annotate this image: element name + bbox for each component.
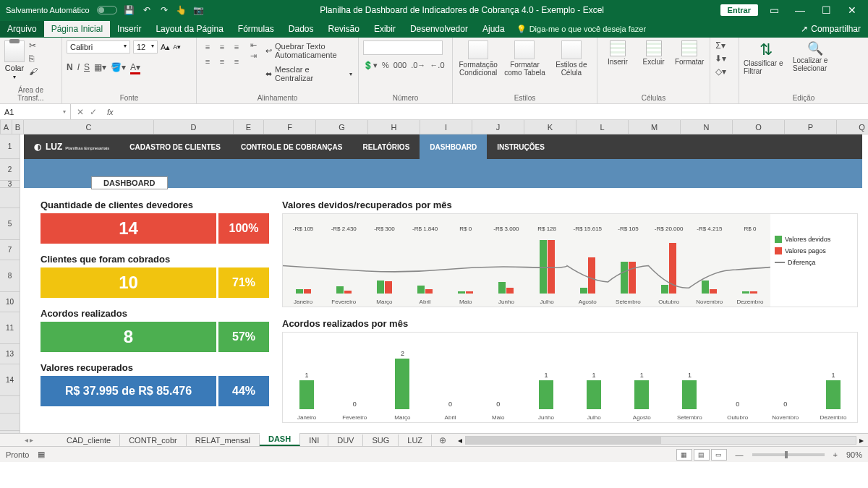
underline-button[interactable]: S (84, 62, 90, 74)
fill-icon[interactable]: ⬇▾ (715, 53, 726, 64)
col-header[interactable]: L (576, 120, 629, 134)
maximize-icon[interactable]: ☐ (816, 4, 836, 16)
col-header[interactable]: P (785, 120, 837, 134)
sheet-tab[interactable]: INI (300, 435, 328, 446)
redo-icon[interactable]: ↷ (159, 5, 169, 15)
ribbon-options-icon[interactable]: ▭ (764, 4, 784, 16)
autosave-toggle[interactable] (97, 6, 117, 14)
sheet-tab[interactable]: LUZ (399, 435, 432, 446)
add-sheet-button[interactable]: ⊕ (432, 434, 454, 447)
fx-icon[interactable]: fx (103, 108, 118, 116)
col-header[interactable]: H (368, 120, 420, 134)
touch-icon[interactable]: 👆 (176, 5, 187, 15)
number-format-select[interactable] (363, 40, 443, 55)
paste-button[interactable]: Colar▾ (4, 40, 25, 80)
col-header[interactable]: K (524, 120, 576, 134)
wrap-text-button[interactable]: ↩Quebrar Texto Automaticamente (264, 40, 354, 61)
comma-icon[interactable]: 000 (393, 61, 407, 70)
view-layout-icon[interactable]: ▤ (694, 449, 710, 461)
increase-font-icon[interactable]: A▴ (161, 43, 170, 52)
font-size-select[interactable]: 12▾ (133, 40, 158, 53)
row-header[interactable]: 3 (0, 181, 20, 188)
nav-cadastro[interactable]: CADASTRO DE CLIENTES (119, 134, 231, 159)
minimize-icon[interactable]: ― (790, 4, 810, 16)
tellme-search[interactable]: 💡Diga-me o que você deseja fazer (516, 25, 646, 34)
enter-formula-icon[interactable]: ✓ (90, 107, 97, 117)
border-icon[interactable]: ▦▾ (94, 62, 106, 74)
percent-icon[interactable]: % (382, 61, 389, 70)
menu-layout[interactable]: Layout da Página (148, 21, 230, 37)
col-header[interactable]: G (316, 120, 368, 134)
menu-home[interactable]: Página Inicial (44, 21, 110, 37)
merge-button[interactable]: ⬌Mesclar e Centralizar▾ (264, 64, 354, 84)
delete-cells-button[interactable]: Excluir (638, 40, 670, 66)
format-painter-icon[interactable]: 🖌 (29, 67, 38, 77)
name-box[interactable]: A1▾ (0, 104, 71, 119)
clear-icon[interactable]: ◇▾ (715, 67, 726, 77)
cell-styles-button[interactable]: Estilos de Célula (550, 40, 592, 77)
indent-inc-icon[interactable]: ⇥ (250, 51, 257, 61)
horizontal-scrollbar[interactable]: ◂▸ (454, 435, 868, 445)
row-header[interactable]: 2 (0, 159, 20, 181)
tab-scroll-buttons[interactable]: ◂ ▸ (0, 436, 58, 444)
col-header[interactable]: F (264, 120, 316, 134)
col-header[interactable]: I (420, 120, 472, 134)
sort-filter-button[interactable]: ⇅Classificar e Filtrar (744, 40, 788, 75)
italic-button[interactable]: I (77, 62, 80, 74)
camera-icon[interactable]: 📷 (194, 5, 204, 15)
row-header[interactable]: 5 (0, 208, 20, 240)
row-header[interactable] (0, 396, 20, 414)
nav-controle[interactable]: CONTROLE DE COBRANÇAS (231, 134, 353, 159)
row-header[interactable]: 8 (0, 260, 20, 292)
sheet-tab[interactable]: DASH (260, 433, 300, 446)
col-header[interactable]: A (1, 120, 12, 134)
row-header[interactable]: 7 (0, 240, 20, 260)
dashboard-tab[interactable]: DASHBOARD (91, 176, 168, 189)
menu-review[interactable]: Revisão (321, 21, 367, 37)
view-normal-icon[interactable]: ▦ (676, 449, 692, 461)
menu-formulas[interactable]: Fórmulas (231, 21, 281, 37)
col-header[interactable]: N (681, 120, 733, 134)
copy-icon[interactable]: ⎘ (29, 53, 38, 64)
row-header[interactable]: 11 (0, 312, 20, 344)
conditional-format-button[interactable]: Formatação Condicional (457, 40, 499, 77)
nav-dashboard[interactable]: DASHBOARD (420, 134, 487, 159)
col-header[interactable]: E (234, 120, 264, 134)
indent-dec-icon[interactable]: ⇤ (250, 40, 257, 50)
nav-relatorios[interactable]: RELATÓRIOS (352, 134, 420, 159)
menu-view[interactable]: Exibir (367, 21, 403, 37)
macro-rec-icon[interactable]: ▦ (38, 450, 45, 459)
col-header[interactable]: B (12, 120, 24, 134)
sheet-tab[interactable]: RELAT_mensal (187, 435, 260, 446)
sheet-canvas[interactable]: ◐LUZPlanilhas Empresariais CADASTRO DE C… (20, 134, 868, 433)
row-header[interactable] (0, 188, 20, 208)
row-header[interactable]: 10 (0, 292, 20, 312)
increase-decimal-icon[interactable]: .0→ (411, 61, 425, 70)
sheet-tab[interactable]: DUV (328, 435, 363, 446)
font-color-icon[interactable]: A▾ (130, 62, 140, 74)
menu-insert[interactable]: Inserir (110, 21, 148, 37)
col-header[interactable]: C (24, 120, 154, 134)
row-header[interactable]: 1 (0, 134, 20, 159)
format-table-button[interactable]: Formatar como Tabela (503, 40, 545, 77)
zoom-slider[interactable] (752, 453, 825, 456)
menu-developer[interactable]: Desenvolvedor (403, 21, 475, 37)
col-header[interactable]: M (629, 120, 681, 134)
format-cells-button[interactable]: Formatar (673, 40, 705, 66)
signin-button[interactable]: Entrar (720, 4, 758, 16)
col-header[interactable]: O (733, 120, 785, 134)
font-name-select[interactable]: Calibri▾ (67, 40, 130, 53)
cut-icon[interactable]: ✂ (29, 40, 38, 51)
share-button[interactable]: ↗Compartilhar (793, 21, 868, 37)
menu-file[interactable]: Arquivo (0, 21, 44, 37)
col-header[interactable]: D (154, 120, 234, 134)
autosum-icon[interactable]: Σ▾ (715, 40, 725, 51)
undo-icon[interactable]: ↶ (142, 5, 152, 15)
save-icon[interactable]: 💾 (124, 5, 135, 15)
nav-instrucoes[interactable]: INSTRUÇÕES (487, 134, 555, 159)
bold-button[interactable]: N (67, 62, 73, 74)
zoom-in-icon[interactable]: + (833, 450, 838, 459)
fill-color-icon[interactable]: 🪣▾ (111, 62, 126, 74)
col-header[interactable]: J (472, 120, 524, 134)
close-icon[interactable]: ✕ (842, 4, 862, 16)
